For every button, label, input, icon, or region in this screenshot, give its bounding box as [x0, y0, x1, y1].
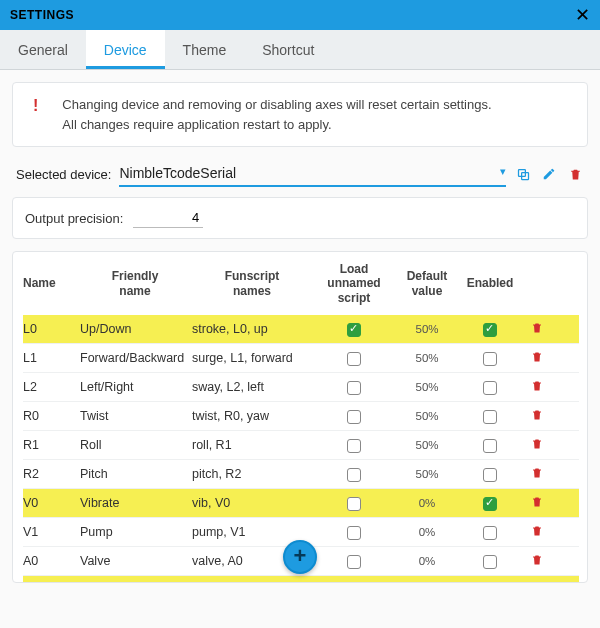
default-value: 0%	[396, 497, 458, 509]
table-row: R1Rollroll, R150%	[23, 431, 579, 460]
table-row: L2Left/Rightsway, L2, left50%	[23, 373, 579, 402]
enabled-checkbox[interactable]	[460, 467, 520, 482]
enabled-checkbox[interactable]	[460, 496, 520, 511]
delete-row-icon[interactable]	[522, 408, 552, 425]
table-row: R0Twisttwist, R0, yaw50%	[23, 402, 579, 431]
default-value: 50%	[396, 468, 458, 480]
load-unnamed-checkbox[interactable]	[314, 438, 394, 453]
friendly-name: Valve	[80, 554, 190, 568]
warning-line-2: All changes require application restart …	[62, 115, 491, 135]
axis-name: R1	[23, 438, 78, 452]
axis-name: V0	[23, 496, 78, 510]
add-axis-button[interactable]: +	[283, 540, 317, 574]
delete-row-icon[interactable]	[522, 524, 552, 541]
load-unnamed-checkbox[interactable]	[314, 380, 394, 395]
table-row: R2Pitchpitch, R250%	[23, 460, 579, 489]
enabled-checkbox[interactable]	[460, 525, 520, 540]
table-row: V0Vibratevib, V00%	[23, 489, 579, 518]
output-precision-label: Output precision:	[25, 211, 123, 226]
close-icon[interactable]: ✕	[575, 4, 591, 26]
friendly-name: Roll	[80, 438, 190, 452]
funscript-names: surge, L1, forward	[192, 351, 312, 365]
tab-bar: GeneralDeviceThemeShortcut	[0, 30, 600, 70]
delete-row-icon[interactable]	[522, 553, 552, 570]
friendly-name: Pump	[80, 525, 190, 539]
table-row: A1Forceforce, A1100%	[23, 576, 579, 582]
load-unnamed-checkbox[interactable]	[314, 525, 394, 540]
tab-shortcut[interactable]: Shortcut	[244, 30, 332, 69]
funscript-names: stroke, L0, up	[192, 322, 312, 336]
default-value: 50%	[396, 352, 458, 364]
friendly-name: Twist	[80, 409, 190, 423]
column-header[interactable]: Enabled	[460, 276, 520, 290]
enabled-checkbox[interactable]	[460, 351, 520, 366]
column-header[interactable]: Name	[23, 276, 78, 290]
friendly-name: Vibrate	[80, 496, 190, 510]
load-unnamed-checkbox[interactable]	[314, 351, 394, 366]
friendly-name: Up/Down	[80, 322, 190, 336]
default-value: 0%	[396, 526, 458, 538]
title-bar: SETTINGS ✕	[0, 0, 600, 30]
warning-line-1: Changing device and removing or disablin…	[62, 95, 491, 115]
column-header[interactable]: Friendlyname	[80, 269, 190, 298]
default-value: 50%	[396, 323, 458, 335]
default-value: 50%	[396, 410, 458, 422]
copy-device-icon[interactable]	[514, 165, 532, 183]
friendly-name: Pitch	[80, 467, 190, 481]
axis-name: A0	[23, 554, 78, 568]
load-unnamed-checkbox[interactable]	[314, 409, 394, 424]
delete-row-icon[interactable]	[522, 379, 552, 396]
load-unnamed-checkbox[interactable]	[314, 467, 394, 482]
delete-row-icon[interactable]	[522, 321, 552, 338]
load-unnamed-checkbox[interactable]	[314, 322, 394, 337]
funscript-names: pump, V1	[192, 525, 312, 539]
column-header[interactable]: Funscriptnames	[192, 269, 312, 298]
chevron-down-icon: ▾	[500, 165, 506, 181]
output-precision-card: Output precision:	[12, 197, 588, 239]
friendly-name: Left/Right	[80, 380, 190, 394]
axis-name: L1	[23, 351, 78, 365]
device-select-value: NimbleTcodeSerial	[119, 165, 236, 181]
axis-name: V1	[23, 525, 78, 539]
funscript-names: pitch, R2	[192, 467, 312, 481]
edit-device-icon[interactable]	[540, 165, 558, 183]
warning-banner: ! Changing device and removing or disabl…	[12, 82, 588, 147]
load-unnamed-checkbox[interactable]	[314, 496, 394, 511]
enabled-checkbox[interactable]	[460, 380, 520, 395]
delete-device-icon[interactable]	[566, 165, 584, 183]
friendly-name: Forward/Backward	[80, 351, 190, 365]
load-unnamed-checkbox[interactable]	[314, 554, 394, 569]
window-title: SETTINGS	[10, 8, 74, 22]
device-select[interactable]: NimbleTcodeSerial ▾	[119, 161, 506, 187]
funscript-names: sway, L2, left	[192, 380, 312, 394]
delete-row-icon[interactable]	[522, 437, 552, 454]
enabled-checkbox[interactable]	[460, 322, 520, 337]
funscript-names: twist, R0, yaw	[192, 409, 312, 423]
axis-name: L2	[23, 380, 78, 394]
tab-general[interactable]: General	[0, 30, 86, 69]
axis-name: R2	[23, 467, 78, 481]
enabled-checkbox[interactable]	[460, 438, 520, 453]
funscript-names: roll, R1	[192, 438, 312, 452]
axis-name: R0	[23, 409, 78, 423]
table-row: L0Up/Downstroke, L0, up50%	[23, 315, 579, 344]
tab-device[interactable]: Device	[86, 30, 165, 69]
delete-row-icon[interactable]	[522, 350, 552, 367]
column-header[interactable]: Defaultvalue	[396, 269, 458, 298]
tab-theme[interactable]: Theme	[165, 30, 245, 69]
axis-name: L0	[23, 322, 78, 336]
column-header[interactable]: Load unnamedscript	[314, 262, 394, 305]
delete-row-icon[interactable]	[522, 495, 552, 512]
table-row: L1Forward/Backwardsurge, L1, forward50%	[23, 344, 579, 373]
table-header: NameFriendlynameFunscriptnamesLoad unnam…	[23, 252, 579, 315]
axes-table: NameFriendlynameFunscriptnamesLoad unnam…	[12, 251, 588, 583]
warning-icon: !	[27, 95, 38, 115]
default-value: 0%	[396, 555, 458, 567]
delete-row-icon[interactable]	[522, 466, 552, 483]
default-value: 50%	[396, 381, 458, 393]
enabled-checkbox[interactable]	[460, 554, 520, 569]
enabled-checkbox[interactable]	[460, 409, 520, 424]
output-precision-input[interactable]	[133, 208, 203, 228]
default-value: 50%	[396, 439, 458, 451]
selected-device-label: Selected device:	[16, 167, 111, 182]
